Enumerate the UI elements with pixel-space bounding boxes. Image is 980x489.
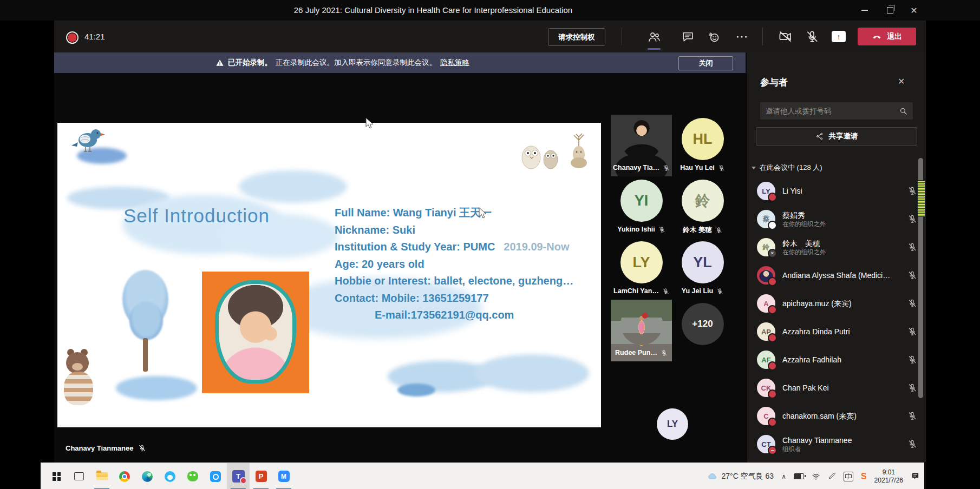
participant-row[interactable]: A apichaya.muz (来宾) bbox=[757, 289, 917, 318]
app-icon bbox=[210, 471, 221, 482]
app-icon bbox=[278, 471, 290, 482]
participant-name: Chanavy Tianmanee bbox=[782, 436, 852, 445]
slide-title: Self Introduction bbox=[123, 205, 270, 227]
app-icon bbox=[165, 471, 175, 482]
scrollbar-thumb[interactable] bbox=[917, 180, 925, 217]
avatar-initials: C bbox=[763, 412, 768, 420]
close-button[interactable]: ✕ bbox=[903, 0, 925, 21]
system-tray: 27°C 空气良 63 ∧ S 9:01 2021/7/26 bbox=[707, 463, 920, 489]
presence-badge bbox=[768, 418, 777, 427]
avatar: 蔡 bbox=[757, 210, 775, 228]
tile-name: Rudee Pun… bbox=[615, 349, 657, 356]
Rudee Pun…[interactable]: Rudee Pun… bbox=[611, 300, 672, 361]
pen-icon[interactable] bbox=[828, 472, 836, 480]
mic-off-icon[interactable] bbox=[907, 411, 917, 421]
participant-row[interactable]: C chanakorn.sam (来宾) bbox=[757, 402, 917, 430]
tile-name: Yukino Ishii bbox=[617, 226, 655, 233]
camera-toggle-button[interactable] bbox=[773, 21, 797, 52]
mic-off-icon[interactable] bbox=[907, 439, 917, 449]
mic-off-icon[interactable] bbox=[907, 383, 917, 393]
participant-row[interactable]: CT Chanavy Tianmanee 组织者 bbox=[757, 430, 917, 458]
restore-button[interactable] bbox=[879, 0, 901, 21]
windows-start[interactable] bbox=[45, 463, 68, 489]
participant-row[interactable]: 鈴 鈴木 美穂 在你的组织之外 bbox=[757, 233, 917, 261]
edge[interactable] bbox=[136, 463, 159, 489]
raise-hand-icon bbox=[707, 30, 721, 44]
spotlight-avatar[interactable]: LY bbox=[657, 408, 688, 440]
cloud-decoration bbox=[239, 170, 347, 203]
tile-avatar: YL bbox=[682, 241, 724, 283]
avatar-initials: A bbox=[763, 300, 768, 308]
weather-widget[interactable]: 27°C 空气良 63 bbox=[707, 471, 774, 482]
taskbar-clock[interactable]: 9:01 2021/7/26 bbox=[874, 468, 903, 485]
鈴木 美穂[interactable]: 鈴 鈴木 美穂 bbox=[672, 176, 733, 238]
qq-browser[interactable] bbox=[159, 463, 181, 489]
participant-name: chanakorn.sam (来宾) bbox=[782, 412, 857, 421]
LamChi Yan…[interactable]: LY LamChi Yan… bbox=[611, 238, 672, 300]
leave-meeting-button[interactable]: 退出 bbox=[858, 28, 916, 45]
search-icon[interactable] bbox=[899, 107, 908, 116]
minimize-button[interactable] bbox=[854, 0, 876, 21]
participant-row[interactable]: CK Chan Pak Kei bbox=[757, 374, 917, 402]
mic-off-icon[interactable] bbox=[907, 327, 917, 336]
Yukino Ishii[interactable]: YI Yukino Ishii bbox=[611, 176, 672, 238]
ime-icon[interactable] bbox=[844, 472, 853, 481]
participant-row[interactable]: AF Azzahra Fadhilah bbox=[757, 346, 917, 374]
powerpoint[interactable] bbox=[250, 463, 272, 489]
share-invite-button[interactable]: 共享邀请 bbox=[756, 127, 917, 146]
battery-icon[interactable] bbox=[794, 473, 804, 479]
mic-off-icon[interactable] bbox=[907, 214, 917, 224]
participant-row[interactable]: 蔡 蔡娟秀 在你的组织之外 bbox=[757, 205, 917, 233]
chat-button[interactable] bbox=[676, 21, 700, 52]
tile-avatar: +120 bbox=[682, 303, 724, 345]
window-titlebar: 26 July 2021: Cultural Diversity in Heal… bbox=[0, 0, 980, 21]
toolbar-divider bbox=[622, 28, 622, 45]
avatar: AF bbox=[757, 351, 775, 369]
slide-line: Hobbie or Interest: ballet, electone, gu… bbox=[335, 273, 573, 290]
mic-toggle-button[interactable] bbox=[800, 21, 824, 52]
sogou-icon[interactable]: S bbox=[861, 472, 867, 481]
meeting-app[interactable] bbox=[272, 463, 295, 489]
file-explorer[interactable] bbox=[90, 463, 113, 489]
warning-icon bbox=[215, 58, 224, 67]
in-meeting-section-header[interactable]: 在此会议中 (128 人) bbox=[752, 163, 822, 173]
share-tray-button[interactable]: ↑ bbox=[827, 21, 851, 52]
mic-off-icon[interactable] bbox=[907, 299, 917, 308]
participant-row[interactable]: AP Azzahra Dinda Putri bbox=[757, 318, 917, 346]
participant-name: Azzahra Fadhilah bbox=[782, 355, 841, 365]
Hau Yu Lei[interactable]: HL Hau Yu Lei bbox=[672, 115, 733, 176]
invite-search-box[interactable] bbox=[760, 102, 913, 120]
tile-avatar: HL bbox=[682, 118, 724, 160]
participants-button[interactable] bbox=[642, 21, 666, 52]
mic-off-icon[interactable] bbox=[907, 270, 917, 280]
reactions-button[interactable] bbox=[702, 21, 726, 52]
banner-close-button[interactable]: 关闭 bbox=[678, 56, 733, 70]
avatar-initials: YI bbox=[635, 193, 649, 209]
teams[interactable] bbox=[227, 463, 250, 489]
task-view[interactable] bbox=[68, 463, 90, 489]
participant-row[interactable]: Andiana Alyssa Shafa (Medici… bbox=[757, 261, 917, 289]
wechat[interactable] bbox=[181, 463, 204, 489]
hidden-icons-chevron-icon[interactable]: ∧ bbox=[781, 473, 786, 480]
request-control-button[interactable]: 请求控制权 bbox=[548, 28, 605, 46]
blue-app[interactable] bbox=[204, 463, 227, 489]
mic-off-icon[interactable] bbox=[907, 355, 917, 365]
share-invite-label: 共享邀请 bbox=[829, 131, 858, 141]
presence-badge bbox=[768, 193, 777, 202]
participant-subtitle: 组织者 bbox=[782, 445, 852, 453]
Yu Jei Liu[interactable]: YL Yu Jei Liu bbox=[672, 238, 733, 300]
notification-icon[interactable] bbox=[911, 472, 920, 481]
wifi-icon[interactable] bbox=[812, 472, 820, 481]
participant-row[interactable]: LY Li Yisi bbox=[757, 177, 917, 205]
search-input[interactable] bbox=[760, 107, 899, 115]
banner-message: 正在录制此会议。加入即表示你同意录制此会议。 bbox=[276, 58, 436, 68]
privacy-policy-link[interactable]: 隐私策略 bbox=[440, 58, 469, 68]
more-actions-button[interactable] bbox=[730, 21, 754, 52]
panel-close-icon[interactable]: ✕ bbox=[898, 76, 905, 87]
participant-subtitle: 在你的组织之外 bbox=[782, 248, 826, 256]
mic-off-icon[interactable] bbox=[907, 242, 917, 252]
chrome[interactable] bbox=[113, 463, 136, 489]
Chanavy Tia…[interactable]: Chanavy Tia… bbox=[611, 115, 672, 176]
cloud-decoration bbox=[116, 376, 197, 400]
mic-off-icon[interactable] bbox=[907, 186, 917, 196]
